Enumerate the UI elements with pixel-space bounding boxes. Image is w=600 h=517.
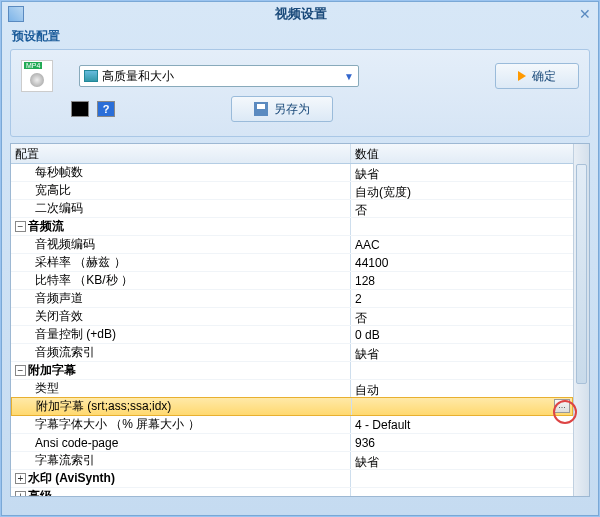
- table-row: 音视频编码AAC: [11, 236, 573, 254]
- table-row: 音量控制 (+dB)0 dB: [11, 326, 573, 344]
- table-row: Ansi code-page936: [11, 434, 573, 452]
- preset-panel: 高质量和大小 ▼ 确定 ? 另存为: [10, 49, 590, 137]
- arrow-right-icon: [518, 71, 526, 81]
- preset-section-label: 预设配置: [2, 26, 598, 47]
- vertical-scrollbar[interactable]: [573, 144, 589, 496]
- save-as-button-label: 另存为: [274, 101, 310, 118]
- group-audio: −音频流: [11, 218, 573, 236]
- group-subtitle: −附加字幕: [11, 362, 573, 380]
- ok-button-label: 确定: [532, 68, 556, 85]
- table-row: 采样率 （赫兹 ）44100: [11, 254, 573, 272]
- scrollbar-thumb[interactable]: [576, 164, 587, 384]
- browse-button[interactable]: …: [554, 399, 570, 413]
- app-icon: [8, 6, 24, 22]
- help-icon[interactable]: ?: [97, 101, 115, 117]
- preset-item-icon: [84, 70, 98, 82]
- header-value: 数值: [351, 144, 573, 163]
- collapse-icon[interactable]: −: [15, 365, 26, 376]
- save-as-button[interactable]: 另存为: [231, 96, 333, 122]
- grid-body: 每秒帧数缺省 宽高比自动(宽度) 二次编码否 −音频流 音视频编码AAC 采样率…: [11, 164, 573, 496]
- save-icon: [254, 102, 268, 116]
- table-row: 每秒帧数缺省: [11, 164, 573, 182]
- table-row: 音频声道2: [11, 290, 573, 308]
- group-advanced: +高级: [11, 488, 573, 496]
- group-watermark: +水印 (AviSynth): [11, 470, 573, 488]
- table-row: 字幕字体大小 （% 屏幕大小 ）4 - Default: [11, 416, 573, 434]
- window-title: 视频设置: [24, 5, 578, 23]
- expand-icon[interactable]: +: [15, 491, 26, 496]
- table-row-selected[interactable]: 附加字幕 (srt;ass;ssa;idx)…: [11, 397, 573, 416]
- table-row: 宽高比自动(宽度): [11, 182, 573, 200]
- grid-header: 配置 数值: [11, 144, 573, 164]
- close-icon[interactable]: ✕: [578, 7, 592, 21]
- ok-button[interactable]: 确定: [495, 63, 579, 89]
- table-row: 比特率 （KB/秒 ）128: [11, 272, 573, 290]
- table-row: 字幕流索引缺省: [11, 452, 573, 470]
- expand-icon[interactable]: +: [15, 473, 26, 484]
- table-row: 二次编码否: [11, 200, 573, 218]
- table-row: 关闭音效否: [11, 308, 573, 326]
- collapse-icon[interactable]: −: [15, 221, 26, 232]
- mp4-format-icon: [21, 60, 53, 92]
- table-row: 类型自动: [11, 380, 573, 398]
- video-settings-window: 视频设置 ✕ 预设配置 高质量和大小 ▼ 确定 ? 另存为: [1, 1, 599, 516]
- titlebar: 视频设置 ✕: [2, 2, 598, 26]
- console-icon[interactable]: [71, 101, 89, 117]
- preset-dropdown[interactable]: 高质量和大小 ▼: [79, 65, 359, 87]
- settings-grid: 配置 数值 每秒帧数缺省 宽高比自动(宽度) 二次编码否 −音频流 音视频编码A…: [10, 143, 590, 497]
- chevron-down-icon: ▼: [344, 71, 354, 82]
- preset-selected-text: 高质量和大小: [102, 68, 344, 85]
- header-config: 配置: [11, 144, 351, 163]
- table-row: 音频流索引缺省: [11, 344, 573, 362]
